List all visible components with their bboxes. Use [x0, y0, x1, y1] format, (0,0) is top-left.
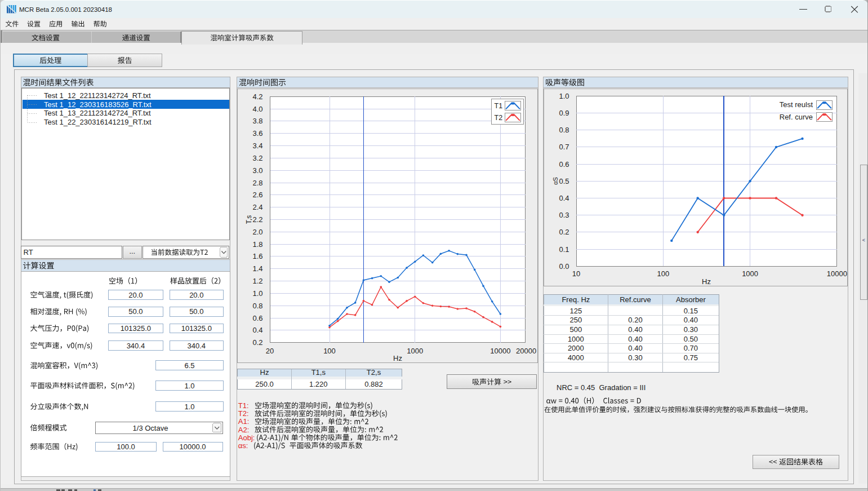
- svg-text:3.0: 3.0: [252, 166, 262, 175]
- svg-text:1.2: 1.2: [252, 277, 262, 285]
- svg-text:0.6: 0.6: [252, 314, 262, 322]
- svg-text:0.8: 0.8: [559, 126, 569, 134]
- svg-text:125: 125: [569, 307, 582, 315]
- svg-text:0.4: 0.4: [559, 194, 569, 202]
- svg-text:1.4: 1.4: [252, 264, 262, 273]
- svg-text:2.2: 2.2: [252, 215, 262, 224]
- svg-text:4000: 4000: [568, 353, 584, 362]
- svg-text:Ref. curve: Ref. curve: [780, 113, 813, 121]
- svg-text:6.5: 6.5: [184, 361, 194, 370]
- svg-text:Ref.curve: Ref.curve: [620, 295, 651, 304]
- svg-text:0.2: 0.2: [252, 338, 262, 347]
- svg-text:1.0: 1.0: [184, 382, 194, 390]
- svg-text:0.3: 0.3: [559, 211, 569, 219]
- svg-text:Test 1_12_221123142724_RT.txt: Test 1_12_221123142724_RT.txt: [44, 91, 151, 100]
- svg-text:2.0: 2.0: [252, 228, 262, 236]
- svg-text:MCR Beta 2.05.0.001 20230418: MCR Beta 2.05.0.001 20230418: [19, 6, 112, 13]
- svg-text:NRC = 0.45 Gradation = III: NRC = 0.45 Gradation = III: [557, 383, 646, 392]
- svg-text:10000: 10000: [490, 347, 510, 355]
- svg-text:0.8: 0.8: [252, 302, 262, 310]
- svg-text:0.5: 0.5: [559, 177, 569, 185]
- svg-text:500: 500: [569, 325, 582, 334]
- svg-text:101325.0: 101325.0: [121, 324, 151, 333]
- svg-text:RT: RT: [24, 248, 33, 256]
- svg-text:T1:: T1:: [238, 401, 249, 410]
- svg-text:50.0: 50.0: [128, 307, 143, 316]
- svg-text:3.6: 3.6: [252, 129, 262, 138]
- svg-text:0.2: 0.2: [559, 228, 569, 236]
- svg-text:0.40: 0.40: [684, 316, 698, 324]
- svg-text:A1:: A1:: [238, 417, 250, 426]
- svg-text:1000: 1000: [742, 269, 758, 278]
- svg-text:Hz: Hz: [702, 277, 711, 286]
- svg-text:T2:: T2:: [238, 409, 249, 418]
- svg-text:0.50: 0.50: [684, 335, 698, 343]
- svg-text:50.0: 50.0: [189, 307, 203, 316]
- svg-text:10000.0: 10000.0: [180, 443, 206, 451]
- svg-text:T,s: T,s: [245, 215, 253, 224]
- svg-text:0.20: 0.20: [628, 316, 642, 324]
- svg-text:2.4: 2.4: [252, 203, 262, 211]
- svg-text:1/3 Octave: 1/3 Octave: [133, 424, 168, 432]
- svg-text:1.220: 1.220: [309, 380, 328, 388]
- svg-text:T2: T2: [495, 114, 503, 122]
- svg-text:0.40: 0.40: [628, 344, 642, 352]
- svg-text:Freq. Hz: Freq. Hz: [562, 295, 590, 304]
- svg-text:<: <: [862, 237, 865, 243]
- svg-text:1.8: 1.8: [252, 240, 262, 249]
- svg-text:Hz: Hz: [393, 354, 402, 362]
- svg-text:10: 10: [572, 269, 580, 278]
- svg-text:100.0: 100.0: [117, 443, 135, 451]
- svg-text:T2,s: T2,s: [367, 368, 381, 377]
- svg-text:T1,s: T1,s: [311, 368, 326, 377]
- svg-text:20: 20: [266, 347, 274, 355]
- svg-text:Test reulst: Test reulst: [780, 100, 813, 109]
- svg-text:0.882: 0.882: [364, 380, 383, 388]
- svg-text:20000: 20000: [516, 347, 536, 355]
- svg-text:...: ...: [129, 247, 135, 255]
- svg-text:1.6: 1.6: [252, 252, 262, 260]
- svg-text:4.2: 4.2: [252, 92, 262, 101]
- svg-text:0.30: 0.30: [628, 353, 642, 362]
- svg-text:10000: 10000: [827, 269, 847, 278]
- svg-text:0.75: 0.75: [684, 353, 698, 362]
- svg-text:Hz: Hz: [260, 368, 269, 377]
- svg-text:0.15: 0.15: [684, 307, 698, 315]
- svg-text:340.4: 340.4: [127, 342, 145, 350]
- svg-text:2.8: 2.8: [252, 179, 262, 187]
- svg-text:20.0: 20.0: [128, 291, 143, 299]
- svg-text:T1: T1: [495, 102, 503, 110]
- svg-text:Test 1_12_230316183526_RT.txt: Test 1_12_230316183526_RT.txt: [44, 100, 152, 109]
- svg-text:0.70: 0.70: [684, 344, 698, 352]
- svg-text:1000: 1000: [568, 335, 584, 343]
- svg-text:Test 1_13_221123142724_RT.txt: Test 1_13_221123142724_RT.txt: [44, 109, 151, 117]
- svg-text:0.0: 0.0: [559, 262, 569, 271]
- svg-text:4.0: 4.0: [252, 105, 262, 113]
- svg-text:0.1: 0.1: [559, 245, 569, 254]
- svg-text:3.4: 3.4: [252, 141, 262, 150]
- svg-text:100: 100: [323, 347, 336, 355]
- svg-text:3.2: 3.2: [252, 154, 262, 162]
- svg-text:3.8: 3.8: [252, 117, 262, 125]
- svg-text:αs:: αs:: [238, 441, 248, 450]
- svg-text:1.0: 1.0: [252, 289, 262, 298]
- svg-text:1.0: 1.0: [559, 92, 569, 100]
- svg-text:0.30: 0.30: [684, 325, 698, 334]
- svg-text:0.9: 0.9: [559, 109, 569, 117]
- svg-text:101325.0: 101325.0: [181, 324, 212, 333]
- svg-text:100: 100: [657, 269, 669, 278]
- svg-text:αS: αS: [552, 177, 559, 185]
- svg-text:250: 250: [569, 316, 582, 324]
- svg-text:2000: 2000: [568, 344, 584, 352]
- svg-text:0.4: 0.4: [252, 326, 262, 334]
- svg-text:A2:: A2:: [238, 426, 250, 434]
- svg-text:20.0: 20.0: [189, 291, 203, 299]
- svg-text:340.4: 340.4: [188, 342, 206, 350]
- svg-text:1000: 1000: [407, 347, 423, 355]
- svg-text:1.0: 1.0: [184, 402, 194, 411]
- svg-text:Absorber: Absorber: [676, 295, 706, 304]
- svg-text:0.7: 0.7: [559, 143, 569, 151]
- svg-text:2.6: 2.6: [252, 191, 262, 199]
- svg-text:250.0: 250.0: [255, 380, 274, 388]
- svg-text:Aobj:: Aobj:: [238, 434, 255, 442]
